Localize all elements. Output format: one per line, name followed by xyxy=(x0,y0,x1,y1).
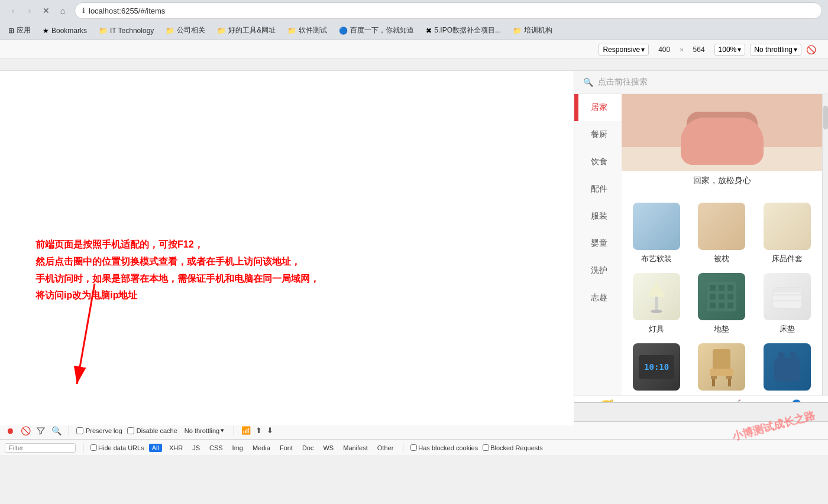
search-button[interactable]: 🔍 xyxy=(51,425,62,436)
product-item-lamp[interactable]: 灯具 xyxy=(628,273,685,334)
font-filter-btn[interactable]: Font xyxy=(277,444,295,452)
media-filter-btn[interactable]: Media xyxy=(250,444,273,452)
record-button[interactable]: ⏺ xyxy=(5,425,15,436)
throttle-dropdown[interactable]: No throttling ▾ xyxy=(182,425,227,435)
scrollbar-track[interactable] xyxy=(822,94,828,395)
product-name-bedset: 床品件套 xyxy=(772,253,803,264)
nav-item-mine[interactable]: 👤 我的 xyxy=(765,396,828,402)
svg-point-4 xyxy=(651,310,662,313)
home-button[interactable]: ⌂ xyxy=(56,4,70,18)
sidebar-item-wash[interactable]: 洗护 xyxy=(574,257,622,284)
product-item-clock[interactable]: 10:10 家饰 xyxy=(628,343,685,395)
sidebar-item-clothes[interactable]: 服装 xyxy=(574,203,622,230)
close-button[interactable]: ✕ xyxy=(39,4,53,18)
svg-marker-3 xyxy=(648,282,665,297)
all-filter-btn[interactable]: All xyxy=(149,444,162,452)
product-item-pet[interactable]: 宠物 xyxy=(758,343,816,395)
product-img-pillow xyxy=(698,203,745,250)
bookmark-ipo[interactable]: ✖ 5.IPO数据补全项目... xyxy=(423,24,503,37)
svg-rect-9 xyxy=(710,294,716,300)
blocked-requests-checkbox[interactable] xyxy=(483,444,489,451)
annotation-area: 前端页面是按照手机适配的，可按F12， 然后点击圈中的位置切换模式查看，或者在手… xyxy=(0,71,574,425)
toolbar-separator-1 xyxy=(69,426,69,435)
preserve-log-checkbox[interactable] xyxy=(76,427,83,434)
product-item-bedset[interactable]: 床品件套 xyxy=(758,203,816,264)
apps-icon: ⊞ xyxy=(8,27,14,35)
folder-icon-3: 📁 xyxy=(217,27,226,35)
hide-data-urls-label[interactable]: Hide data URLs xyxy=(90,444,144,451)
hide-data-urls-checkbox[interactable] xyxy=(90,444,97,451)
responsive-select[interactable]: Responsive ▾ xyxy=(599,44,649,56)
zoom-select[interactable]: 100% ▾ xyxy=(714,44,746,56)
search-bar[interactable]: 🔍 点击前往搜索 xyxy=(574,71,828,94)
ipo-label: 5.IPO数据补全项目... xyxy=(434,25,501,35)
bookmark-train[interactable]: 📁 培训机构 xyxy=(510,24,555,37)
css-filter-btn[interactable]: CSS xyxy=(207,444,225,452)
address-bar[interactable]: ℹ localhost:6255/#/items xyxy=(75,2,822,19)
product-img-clock: 10:10 xyxy=(633,343,680,391)
bookmark-it[interactable]: 📁 IT Technology xyxy=(96,25,156,36)
js-filter-btn[interactable]: JS xyxy=(190,444,202,452)
height-input[interactable] xyxy=(688,45,710,54)
title-bar: ‹ › ✕ ⌂ ℹ localhost:6255/#/items xyxy=(0,0,828,21)
ws-filter-btn[interactable]: WS xyxy=(321,444,336,452)
banner-section: 回家，放松身心 xyxy=(622,94,822,191)
grid-icon: ⊞ xyxy=(664,399,675,402)
sidebar-item-home[interactable]: 居家 xyxy=(574,94,622,121)
width-input[interactable] xyxy=(654,45,675,54)
svg-rect-16 xyxy=(772,288,802,292)
clear-button[interactable]: 🚫 xyxy=(20,425,31,436)
bookmark-apps[interactable]: ⊞ 应用 xyxy=(6,24,33,37)
nav-item-cart[interactable]: 🛒 购物车 xyxy=(701,396,765,402)
product-item-chair[interactable]: 家具 xyxy=(693,343,751,395)
back-button[interactable]: ‹ xyxy=(6,4,20,18)
blocked-cookies-label[interactable]: Has blocked cookies xyxy=(410,444,478,451)
category-content: 回家，放松身心 布艺软装 xyxy=(622,94,822,395)
disable-cache-label[interactable]: Disable cache xyxy=(127,427,177,434)
product-img-chair xyxy=(698,343,745,391)
nav-item-waiting[interactable]: 🧭 正在等待 localhost... xyxy=(574,396,638,402)
blocked-requests-label[interactable]: Blocked Requests xyxy=(483,444,543,451)
product-grid: 布艺软装 被枕 床品件套 xyxy=(622,197,822,395)
bookmark-baidu[interactable]: 🔵 百度一下，你就知道 xyxy=(337,24,416,37)
product-item-pillow[interactable]: 被枕 xyxy=(693,203,751,264)
bookmark-test[interactable]: 📁 软件测试 xyxy=(285,24,329,37)
disable-cache-checkbox[interactable] xyxy=(127,427,134,434)
scrollbar-thumb[interactable] xyxy=(823,106,828,129)
bookmark-bookmarks[interactable]: ★ Bookmarks xyxy=(40,25,89,36)
sidebar-item-kitchen[interactable]: 餐厨 xyxy=(574,121,622,148)
filter-separator-2 xyxy=(403,443,403,453)
img-filter-btn[interactable]: Img xyxy=(230,444,245,452)
manifest-filter-btn[interactable]: Manifest xyxy=(341,444,370,452)
filter-input[interactable] xyxy=(5,443,76,453)
svg-rect-20 xyxy=(710,369,733,376)
wifi-icon: 📶 xyxy=(241,426,251,435)
filter-button[interactable] xyxy=(35,425,46,436)
xhr-filter-btn[interactable]: XHR xyxy=(167,444,185,452)
test-label: 软件测试 xyxy=(299,25,327,35)
download-icon: ⬇ xyxy=(267,426,273,435)
product-grid-row1: 布艺软装 被枕 床品件套 xyxy=(628,203,816,264)
sidebar-item-accessories[interactable]: 配件 xyxy=(574,175,622,203)
product-item-mattress[interactable]: 床垫 xyxy=(758,273,816,334)
doc-filter-btn[interactable]: Doc xyxy=(300,444,316,452)
sidebar-item-food[interactable]: 饮食 xyxy=(574,148,622,175)
throttle-dropdown-arrow-icon: ▾ xyxy=(221,427,224,434)
nav-item-category[interactable]: ⊞ 分类 xyxy=(638,396,701,402)
other-filter-btn[interactable]: Other xyxy=(375,444,396,452)
preserve-log-label[interactable]: Preserve log xyxy=(76,427,122,434)
baidu-icon: 🔵 xyxy=(339,27,348,35)
forward-button[interactable]: › xyxy=(22,4,37,18)
sidebar-item-baby[interactable]: 婴童 xyxy=(574,230,622,257)
bookmark-tools[interactable]: 📁 好的工具&网址 xyxy=(215,24,278,37)
throttle-select[interactable]: No throttling ▾ xyxy=(750,44,801,56)
blocked-cookies-checkbox[interactable] xyxy=(410,444,417,451)
product-item-mat[interactable]: 地垫 xyxy=(693,273,751,334)
product-item-fabric[interactable]: 布艺软装 xyxy=(628,203,685,264)
throttle-label: No throttling xyxy=(754,45,793,54)
no-ua-icon: 🚫 xyxy=(806,45,816,54)
sidebar-item-hobby[interactable]: 志趣 xyxy=(574,284,622,311)
bookmark-company[interactable]: 📁 公司相关 xyxy=(163,24,208,37)
baidu-label: 百度一下，你就知道 xyxy=(350,25,414,35)
mobile-preview: 🔍 点击前往搜索 居家 餐厨 饮食 配件 服装 婴童 洗护 志趣 xyxy=(574,71,828,402)
